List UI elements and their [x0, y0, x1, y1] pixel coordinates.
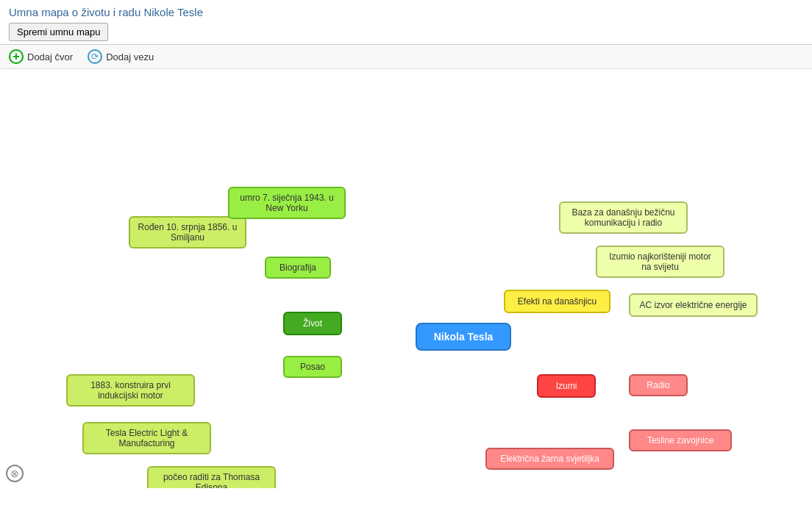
node-umro[interactable]: umro 7. siječnja 1943. u New Yorku: [228, 187, 346, 219]
node-baza[interactable]: Baza za današnju bežičnu komunikaciju i …: [559, 201, 688, 234]
add-link-icon: ⟳: [88, 49, 102, 64]
node-efekti[interactable]: Efekti na današnjicu: [504, 290, 610, 313]
mind-map-canvas: ⊗ Nikola TeslaŽivotBiografijaPosaoRođen …: [0, 69, 812, 488]
add-node-icon: +: [9, 49, 24, 64]
node-posao[interactable]: Posao: [283, 356, 342, 378]
add-link-tool[interactable]: ⟳ Dodaj vezu: [88, 49, 154, 64]
bottom-icon: ⊗: [6, 465, 24, 482]
header-section: Umna mapa o životu i radu Nikole Tesle S…: [0, 0, 812, 45]
node-konstruira[interactable]: 1883. konstruira prvi indukcijski motor: [66, 374, 195, 407]
node-tesla_electric[interactable]: Tesla Electric Light & Manufacturing: [82, 422, 211, 454]
node-nikola[interactable]: Nikola Tesla: [416, 323, 511, 351]
node-zavojnice[interactable]: Tesline zavojnice: [629, 429, 732, 451]
node-zivot[interactable]: Život: [283, 312, 342, 335]
node-najkoristeni[interactable]: Izumio najkorišteniji motor na svijetu: [596, 246, 724, 278]
save-button[interactable]: Spremi umnu mapu: [9, 23, 108, 41]
add-link-label: Dodaj vezu: [106, 51, 154, 62]
page-title: Umna mapa o životu i radu Nikole Tesle: [9, 6, 803, 18]
node-radio[interactable]: Radio: [629, 374, 688, 396]
toolbar: + Dodaj čvor ⟳ Dodaj vezu: [0, 45, 812, 69]
add-node-label: Dodaj čvor: [27, 51, 73, 62]
node-zarnasvjetiljka[interactable]: Električna žarna svjetiljka: [485, 448, 614, 470]
node-ac[interactable]: AC izvor električne energije: [629, 293, 758, 317]
node-izumi[interactable]: Izumi: [537, 374, 596, 398]
add-node-tool[interactable]: + Dodaj čvor: [9, 49, 73, 64]
node-roden[interactable]: Rođen 10. srpnja 1856. u Smiljanu: [129, 216, 246, 248]
node-biografija[interactable]: Biografija: [265, 257, 331, 279]
node-poceo[interactable]: počeo raditi za Thomasa Edisona: [147, 466, 276, 488]
